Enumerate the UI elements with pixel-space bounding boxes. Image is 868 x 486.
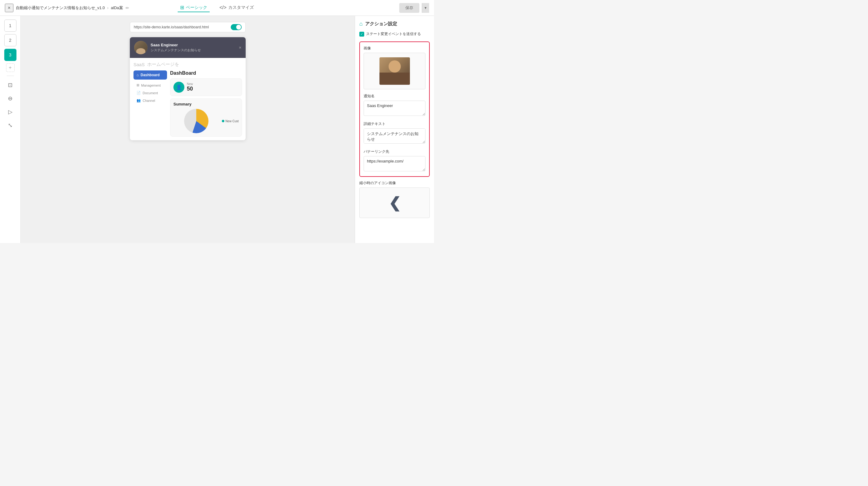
stat-values: New 50 <box>187 82 193 92</box>
notification-text: Saas Engineer システムメンテナンスのお知らせ <box>151 43 236 53</box>
stat-value: 50 <box>187 86 193 92</box>
banner-link-input[interactable]: https://example.com/ <box>364 156 426 171</box>
steps-sidebar: 1 2 3 + ⊡ ⊖ ▷ ⤡ <box>0 16 21 243</box>
nav-dashboard-label: Dashboard <box>141 73 160 77</box>
nav-dashboard-item[interactable]: ⌂ Dashboard <box>133 70 167 80</box>
panel-title: アクション設定 <box>365 21 397 27</box>
avatar-image <box>134 41 148 54</box>
url-bar: https://site-demo.karte.io/saas/dashboar… <box>130 22 246 32</box>
expand-tool-icon[interactable]: ⤡ <box>5 120 16 131</box>
url-text: https://site-demo.karte.io/saas/dashboar… <box>134 25 209 29</box>
summary-card: Summary New Cust <box>170 98 242 136</box>
home-icon: ⌂ <box>359 21 363 27</box>
nav-management-label: Management <box>141 84 161 87</box>
tags-tool-icon[interactable]: ⊖ <box>5 93 16 104</box>
tab-basic[interactable]: ⊞ ベーシック <box>178 3 210 12</box>
checkbox-label: ステート変更イベントを送信する <box>366 31 421 37</box>
project-name: alDa案 <box>111 5 123 11</box>
notification-popup: Saas Engineer システムメンテナンスのお知らせ × <box>130 37 246 58</box>
stat-label: New <box>187 82 193 86</box>
nav-channel-item[interactable]: 👥 Channel <box>133 97 167 104</box>
dashboard-title: DashBoard <box>170 70 242 76</box>
action-config-section: 画像 通知名 Saas Engineer 詳細テキスト システムメンテナンスのお… <box>359 41 430 177</box>
tab-customize-label: カスタマイズ <box>228 5 254 10</box>
detail-text-input[interactable]: システムメンテナンスのお知らせ <box>364 128 426 144</box>
url-toggle[interactable] <box>231 24 242 30</box>
step-1[interactable]: 1 <box>4 20 17 32</box>
user-photo <box>379 57 410 85</box>
content-area: DashBoard 👤 New 50 Summary <box>170 70 242 136</box>
dashboard-icon: ⌂ <box>136 73 139 77</box>
code-icon: </> <box>219 5 226 10</box>
topbar-right: 保存 ▾ <box>399 3 429 13</box>
nav-document-item[interactable]: 📄 Document <box>133 89 167 97</box>
add-step-button[interactable]: + <box>6 63 14 72</box>
step-3[interactable]: 3 <box>4 49 17 61</box>
stat-card: 👤 New 50 <box>170 78 242 96</box>
right-panel: ⌂ アクション設定 ✓ ステート変更イベントを送信する 画像 通知名 Saas … <box>355 16 434 243</box>
layout-icon: ⊞ <box>180 5 184 10</box>
legend-dot <box>222 120 224 122</box>
breadcrumb: 自動縮小通知でメンテナンス情報をお知らせ_v1.0 <box>16 5 105 11</box>
saas-subtitle: ホームページを <box>147 62 179 67</box>
save-button[interactable]: 保存 <box>399 3 420 13</box>
preview-area: https://site-demo.karte.io/saas/dashboar… <box>21 16 355 243</box>
notification-avatar <box>134 41 148 54</box>
save-dropdown-button[interactable]: ▾ <box>422 3 429 13</box>
nav-channel-label: Channel <box>143 99 155 102</box>
topbar-center: ⊞ ベーシック </> カスタマイズ <box>178 3 256 12</box>
channel-icon: 👥 <box>136 98 141 102</box>
notification-description: システムメンテナンスのお知らせ <box>151 48 236 53</box>
layout-tool-icon[interactable]: ⊡ <box>5 80 16 91</box>
saas-title: SaaS <box>133 62 145 67</box>
saas-title-row: SaaS ホームページを <box>133 62 242 67</box>
edit-icon[interactable]: ✏ <box>126 5 129 10</box>
state-change-checkbox[interactable]: ✓ <box>359 32 364 37</box>
nav-document-label: Document <box>143 91 158 95</box>
checkbox-row: ✓ ステート変更イベントを送信する <box>359 31 430 37</box>
saas-content: SaaS ホームページを ⌂ Dashboard ⊞ Management <box>130 58 246 140</box>
step-2[interactable]: 2 <box>4 34 17 47</box>
stat-icon: 👤 <box>174 82 184 93</box>
donut-chart <box>184 109 209 133</box>
arrow-icon: ❮ <box>389 194 401 211</box>
notification-name-input[interactable]: Saas Engineer <box>364 101 426 116</box>
main-layout: 1 2 3 + ⊡ ⊖ ▷ ⤡ https://site-demo.karte.… <box>0 16 434 243</box>
detail-text-label: 詳細テキスト <box>364 121 426 126</box>
image-upload-area[interactable] <box>364 53 426 89</box>
tab-basic-label: ベーシック <box>186 5 207 10</box>
notification-title: Saas Engineer <box>151 43 236 47</box>
tab-customize[interactable]: </> カスタマイズ <box>217 4 256 12</box>
image-field-label: 画像 <box>364 46 426 51</box>
saas-main: ⌂ Dashboard ⊞ Management 📄 Document � <box>133 70 242 136</box>
mini-image-upload-area[interactable]: ❮ <box>359 187 430 218</box>
nav-management-item[interactable]: ⊞ Management <box>133 82 167 89</box>
close-button[interactable]: × <box>5 4 13 12</box>
video-tool-icon[interactable]: ▷ <box>5 107 16 117</box>
banner-link-label: バナーリンク先 <box>364 149 426 154</box>
divider <box>7 75 14 76</box>
notif-name-label: 通知名 <box>364 94 426 99</box>
management-icon: ⊞ <box>136 83 139 87</box>
mini-icon-label: 縮小時のアイコン画像 <box>359 181 430 186</box>
document-icon: 📄 <box>136 91 141 95</box>
panel-header: ⌂ アクション設定 <box>359 21 430 27</box>
topbar: × 自動縮小通知でメンテナンス情報をお知らせ_v1.0 › alDa案 ✏ ⊞ … <box>0 0 434 16</box>
summary-title: Summary <box>174 102 239 107</box>
breadcrumb-arrow-icon: › <box>107 6 108 10</box>
browser-frame: Saas Engineer システムメンテナンスのお知らせ × SaaS ホーム… <box>130 37 246 140</box>
legend-item-new-cust: New Cust <box>222 120 239 123</box>
notification-close-icon[interactable]: × <box>239 45 241 50</box>
chart-legend: New Cust <box>222 120 239 123</box>
sidebar-nav: ⌂ Dashboard ⊞ Management 📄 Document � <box>133 70 167 136</box>
mini-icon-section: 縮小時のアイコン画像 ❮ <box>359 181 430 218</box>
